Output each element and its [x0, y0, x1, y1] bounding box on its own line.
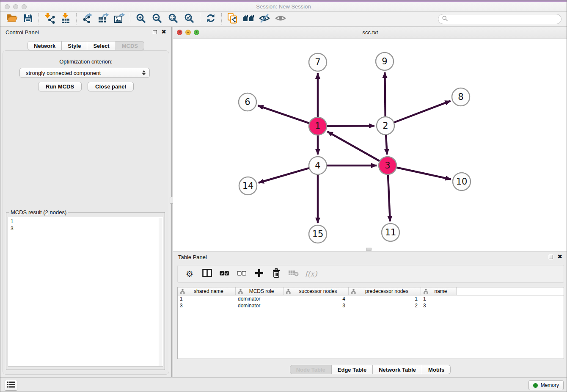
graph-node-3[interactable]: 3	[379, 157, 396, 174]
graph-node-8[interactable]: 8	[452, 88, 470, 106]
tab-network[interactable]: Network	[28, 41, 62, 50]
refresh-view-button[interactable]	[203, 13, 219, 25]
graph-edge-2-3[interactable]	[386, 135, 387, 155]
search-input[interactable]	[450, 16, 557, 22]
table-cell[interactable]: 3	[421, 302, 457, 309]
graph-node-7[interactable]: 7	[309, 53, 327, 71]
table-cell[interactable]: 4	[284, 295, 349, 302]
svg-text:10: 10	[456, 177, 468, 187]
list-icon	[7, 381, 15, 389]
graph-node-9[interactable]: 9	[376, 52, 394, 70]
graph-node-14[interactable]: 14	[239, 177, 257, 195]
tab-node-table[interactable]: Node Table	[290, 365, 332, 374]
memory-button[interactable]: Memory	[528, 380, 564, 390]
tab-mcds[interactable]: MCDS	[116, 41, 144, 50]
import-network-button[interactable]	[41, 13, 58, 25]
close-panel-icon[interactable]: ✖	[161, 30, 166, 34]
graph-node-15[interactable]: 15	[309, 225, 327, 243]
close-panel-icon[interactable]: ✖	[557, 254, 562, 259]
delete-column-button[interactable]	[271, 268, 282, 280]
network-maximize-button[interactable]: +	[194, 30, 199, 35]
show-all-button[interactable]	[272, 13, 289, 25]
import-table-button[interactable]	[58, 13, 74, 25]
tab-network-table[interactable]: Network Table	[373, 365, 422, 374]
clone-network-button[interactable]	[224, 13, 240, 25]
table-cell[interactable]: dominator	[236, 295, 284, 302]
graph-edge-2-8[interactable]	[394, 101, 451, 122]
table-cell[interactable]: dominator	[236, 302, 284, 309]
table-cell[interactable]: 3	[284, 302, 349, 309]
graph-node-2[interactable]: 2	[377, 117, 394, 135]
float-panel-icon[interactable]	[549, 255, 553, 259]
export-image-button[interactable]	[111, 13, 127, 25]
window-zoom-button[interactable]	[22, 4, 27, 9]
graph-edge-1-2[interactable]	[327, 126, 374, 126]
create-column-button[interactable]	[253, 268, 264, 280]
tab-select[interactable]: Select	[87, 41, 116, 50]
graph-edge-3-1[interactable]	[328, 132, 380, 161]
zoom-fit-button[interactable]	[165, 13, 181, 25]
column-header-shared-name[interactable]: shared name	[178, 287, 236, 295]
column-header-predecessor-nodes[interactable]: predecessor nodes	[349, 287, 421, 295]
graph-node-4[interactable]: 4	[309, 157, 327, 174]
gear-icon: ⚙	[186, 270, 193, 278]
mcds-tab-content: Optimization criterion: strongly connect…	[3, 50, 169, 375]
search-box[interactable]	[438, 14, 561, 24]
mcds-result-item[interactable]: 3	[11, 225, 160, 232]
column-header-MCDS-role[interactable]: MCDS role	[236, 287, 284, 295]
tab-motifs[interactable]: Motifs	[422, 365, 451, 374]
table-row[interactable]: 1dominator411	[178, 295, 564, 302]
graph-edge-3-10[interactable]	[396, 167, 451, 179]
close-panel-button[interactable]: Close panel	[88, 82, 134, 91]
graph-node-1[interactable]: 1	[309, 117, 327, 135]
tab-edge-table[interactable]: Edge Table	[332, 365, 373, 374]
export-network-button[interactable]	[79, 13, 95, 25]
table-cell[interactable]: 3	[178, 302, 236, 309]
task-history-button[interactable]	[5, 380, 17, 391]
window-minimize-button[interactable]	[13, 4, 18, 9]
network-canvas[interactable]: 7968124314101511	[173, 39, 567, 251]
export-table-button[interactable]	[95, 13, 111, 25]
zoom-selected-button[interactable]	[181, 13, 197, 25]
network-close-button[interactable]: ✕	[177, 30, 182, 35]
tree-icon	[238, 289, 243, 294]
open-session-button[interactable]	[4, 13, 20, 25]
table-row[interactable]: 3dominator323	[178, 302, 564, 309]
select-all-columns-button[interactable]	[219, 268, 230, 280]
hide-selected-button[interactable]	[256, 13, 272, 25]
network-graph[interactable]: 7968124314101511	[173, 39, 567, 251]
window-close-button[interactable]	[5, 4, 10, 9]
show-columns-button[interactable]	[201, 268, 212, 280]
criterion-select[interactable]: strongly connected component	[19, 68, 150, 78]
table-cell[interactable]: 1	[178, 295, 236, 302]
unselect-all-columns-button[interactable]	[236, 268, 247, 280]
graph-edge-4-14[interactable]	[259, 168, 309, 183]
mcds-result-item[interactable]: 1	[11, 218, 160, 225]
graph-node-6[interactable]: 6	[239, 93, 256, 111]
column-header-name[interactable]: name	[421, 287, 457, 295]
table-cell[interactable]: 1	[421, 295, 457, 302]
table-settings-button[interactable]: ⚙	[184, 268, 195, 280]
run-mcds-button[interactable]: Run MCDS	[38, 82, 82, 91]
graph-node-10[interactable]: 10	[453, 173, 471, 190]
table-cell[interactable]: 1	[349, 295, 421, 302]
toolbar-separator	[200, 13, 200, 25]
result-scrollbar[interactable]	[159, 218, 162, 366]
float-panel-icon[interactable]	[153, 30, 157, 34]
zoom-in-button[interactable]	[133, 13, 149, 25]
graph-edge-2-9[interactable]	[385, 72, 385, 117]
graph-node-11[interactable]: 11	[382, 224, 399, 241]
first-neighbors-button[interactable]	[240, 13, 256, 25]
table-cell[interactable]: 2	[349, 302, 421, 309]
tab-style[interactable]: Style	[62, 41, 87, 50]
horizontal-splitter-handle[interactable]	[366, 248, 372, 251]
fx-icon: f(x)	[305, 270, 317, 278]
delete-table-button-disabled	[288, 268, 299, 280]
graph-edge-3-11[interactable]	[388, 174, 390, 221]
table-body: 1dominator4113dominator323	[178, 295, 564, 309]
zoom-out-button[interactable]	[149, 13, 165, 25]
graph-edge-1-6[interactable]	[258, 105, 310, 123]
save-session-button[interactable]	[20, 13, 36, 25]
network-minimize-button[interactable]: –	[185, 30, 191, 35]
column-header-successor-nodes[interactable]: successor nodes	[284, 287, 349, 295]
